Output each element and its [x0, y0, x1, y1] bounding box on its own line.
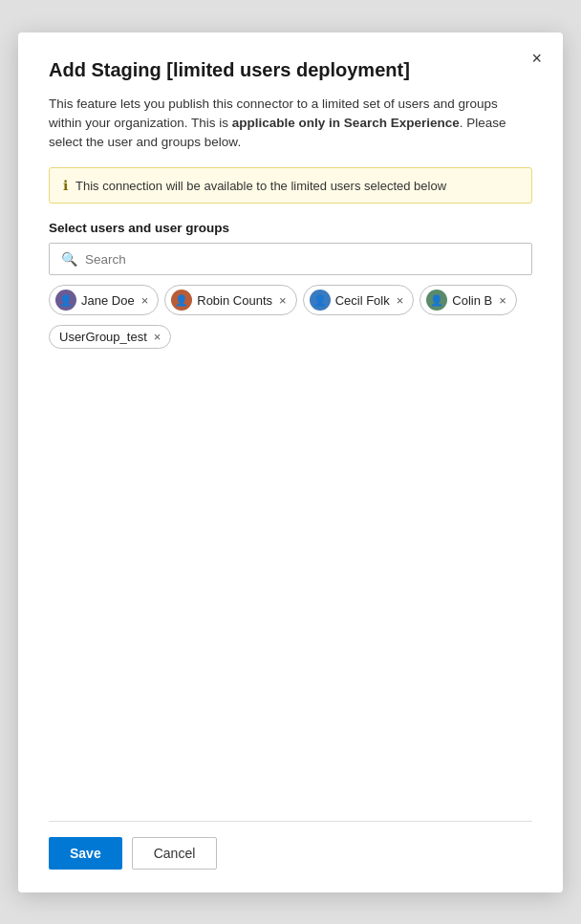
info-banner-text: This connection will be available to the…	[75, 179, 446, 193]
cancel-button[interactable]: Cancel	[132, 837, 218, 870]
dialog-description: This feature lets you publish this conne…	[49, 95, 532, 153]
info-icon: ℹ	[63, 178, 68, 193]
tags-area: 👤 Jane Doe × 👤 Robin Counts × 👤 Cecil Fo…	[49, 285, 532, 315]
tag-cecil-folk: 👤 Cecil Folk ×	[303, 285, 415, 315]
modal-footer: Save Cancel	[49, 821, 532, 870]
tag-colin-b: 👤 Colin B ×	[420, 285, 517, 315]
dialog-title: Add Staging [limited users deployment]	[49, 59, 532, 81]
avatar-cecil-folk: 👤	[310, 290, 331, 311]
desc-bold: applicable only in Search Experience	[232, 116, 460, 130]
content-area	[49, 358, 532, 789]
tag-jane-doe: 👤 Jane Doe ×	[49, 285, 159, 315]
remove-robin-counts[interactable]: ×	[277, 294, 287, 307]
tag-label-usergroup-test: UserGroup_test	[59, 330, 147, 344]
tag-label-colin-b: Colin B	[452, 293, 492, 308]
modal-overlay: × Add Staging [limited users deployment]…	[0, 0, 581, 924]
section-label: Select users and user groups	[49, 221, 532, 235]
avatar-jane-doe: 👤	[55, 290, 76, 311]
tag-label-jane-doe: Jane Doe	[81, 293, 135, 308]
remove-cecil-folk[interactable]: ×	[395, 294, 404, 307]
remove-usergroup-test[interactable]: ×	[152, 331, 161, 343]
avatar-colin-b: 👤	[426, 290, 447, 311]
close-button[interactable]: ×	[526, 48, 548, 69]
tag-label-robin-counts: Robin Counts	[197, 293, 272, 308]
tag-label-cecil-folk: Cecil Folk	[335, 293, 390, 308]
search-icon: 🔍	[61, 251, 77, 267]
remove-jane-doe[interactable]: ×	[140, 294, 149, 307]
avatar-robin-counts: 👤	[171, 290, 192, 311]
group-tags-area: UserGroup_test ×	[49, 325, 532, 349]
tag-usergroup-test: UserGroup_test ×	[49, 325, 171, 349]
dialog: × Add Staging [limited users deployment]…	[18, 32, 563, 892]
remove-colin-b[interactable]: ×	[497, 294, 506, 307]
search-box[interactable]: 🔍	[49, 243, 532, 275]
save-button[interactable]: Save	[49, 837, 122, 870]
info-banner: ℹ This connection will be available to t…	[49, 167, 532, 204]
search-input[interactable]	[85, 252, 520, 267]
tag-robin-counts: 👤 Robin Counts ×	[164, 285, 296, 315]
